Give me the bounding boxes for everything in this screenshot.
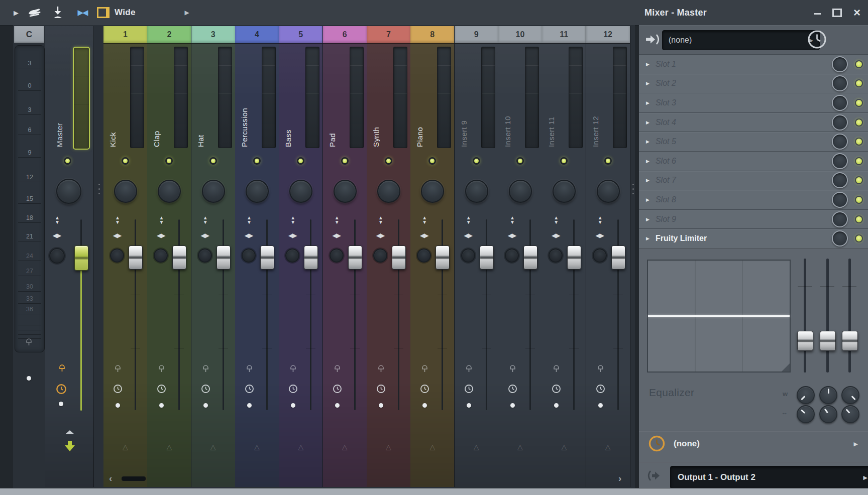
current-selector-dot[interactable] bbox=[27, 376, 31, 381]
selector-dot[interactable] bbox=[116, 403, 120, 408]
eq-freq-high-knob[interactable] bbox=[841, 386, 859, 404]
master-selector-dot[interactable] bbox=[59, 402, 63, 406]
clock-icon[interactable] bbox=[288, 384, 298, 396]
volume-fader[interactable] bbox=[304, 245, 318, 270]
master-stereo-sep-knob[interactable] bbox=[49, 248, 65, 264]
dock-triangle-icon[interactable]: △ bbox=[103, 443, 147, 451]
effect-slot-5[interactable]: ▶ Slot 5 bbox=[639, 132, 868, 151]
slot-mix-knob[interactable] bbox=[832, 134, 848, 150]
pan-knob[interactable] bbox=[377, 180, 400, 203]
layout-selector[interactable]: Wide bbox=[115, 0, 136, 25]
track-number-header[interactable]: 3 bbox=[191, 26, 235, 43]
track-number-header[interactable]: 12 bbox=[586, 26, 630, 43]
close-button[interactable]: × bbox=[850, 0, 864, 25]
stereo-width-arrows[interactable]: ▲▼ bbox=[200, 215, 211, 224]
track-number-header[interactable]: 9 bbox=[455, 26, 498, 43]
dock-triangle-icon[interactable]: △ bbox=[279, 443, 322, 451]
selector-dot[interactable] bbox=[379, 403, 383, 408]
slot-enable-led[interactable] bbox=[855, 176, 863, 184]
volume-fader[interactable] bbox=[480, 245, 494, 270]
dock-triangle-icon[interactable]: △ bbox=[542, 443, 586, 451]
horizontal-scrollbar-thumb[interactable] bbox=[122, 476, 146, 481]
track-number-header[interactable]: 8 bbox=[410, 26, 454, 43]
volume-fader[interactable] bbox=[172, 245, 186, 270]
record-arm-icon[interactable] bbox=[597, 363, 604, 375]
slot-mix-knob[interactable] bbox=[832, 56, 848, 72]
stereo-width-arrows[interactable]: ▲▼ bbox=[551, 215, 562, 224]
track-number-header[interactable]: 1 bbox=[103, 26, 147, 43]
dock-triangle-icon[interactable]: △ bbox=[410, 443, 454, 451]
clock-icon[interactable] bbox=[508, 384, 517, 396]
time-selector-value[interactable]: (none) bbox=[674, 439, 700, 449]
volume-fader[interactable] bbox=[523, 245, 537, 270]
volume-fader[interactable] bbox=[611, 245, 625, 270]
master-up-chevron-icon[interactable] bbox=[65, 430, 74, 434]
stereo-sep-knob[interactable] bbox=[373, 249, 387, 263]
clock-icon[interactable] bbox=[157, 384, 166, 396]
slot-name[interactable]: Slot 9 bbox=[656, 215, 832, 224]
dock-triangle-icon[interactable]: △ bbox=[498, 443, 542, 451]
slot-enable-led[interactable] bbox=[855, 138, 863, 146]
mute-led[interactable] bbox=[604, 157, 612, 165]
slot-name[interactable]: Slot 2 bbox=[656, 79, 832, 88]
slot-name[interactable]: Slot 8 bbox=[656, 195, 832, 204]
stereo-width-arrows[interactable]: ▲▼ bbox=[287, 215, 298, 224]
stereo-sep-knob[interactable] bbox=[330, 249, 344, 263]
clock-icon[interactable] bbox=[420, 384, 429, 396]
eq-resize-corner-icon[interactable] bbox=[782, 363, 790, 372]
mixer-track-12[interactable]: 12 Insert 12 ▲▼ ◀▶ △ bbox=[586, 26, 630, 487]
dock-triangle-icon[interactable]: △ bbox=[235, 443, 279, 451]
eq-freq-low-knob[interactable] bbox=[797, 386, 815, 404]
stereo-sep-knob[interactable] bbox=[505, 249, 519, 263]
slot-mix-knob[interactable] bbox=[832, 95, 848, 111]
volume-fader[interactable] bbox=[260, 245, 274, 270]
scroll-left-arrow[interactable]: ‹ bbox=[109, 474, 112, 483]
slot-enable-led[interactable] bbox=[855, 196, 863, 204]
slot-arrow-icon[interactable]: ▶ bbox=[646, 120, 649, 125]
minimize-button[interactable] bbox=[811, 0, 824, 25]
stereo-sep-knob[interactable] bbox=[110, 249, 124, 263]
pan-knob[interactable] bbox=[465, 180, 488, 203]
record-arm-icon[interactable] bbox=[465, 363, 473, 375]
dock-triangle-icon[interactable]: △ bbox=[323, 443, 367, 451]
slot-arrow-icon[interactable]: ▶ bbox=[646, 217, 649, 222]
clock-icon[interactable] bbox=[333, 384, 342, 396]
master-track-strip[interactable]: Master ▲▼ ◀▶ bbox=[45, 26, 94, 487]
stereo-sep-knob[interactable] bbox=[593, 249, 607, 263]
volume-fader[interactable] bbox=[567, 245, 581, 270]
current-column-header[interactable]: C bbox=[14, 26, 44, 43]
route-input-icon[interactable] bbox=[645, 33, 660, 48]
track-number-header[interactable]: 10 bbox=[498, 26, 542, 43]
pan-knob[interactable] bbox=[597, 180, 620, 203]
record-arm-icon[interactable] bbox=[158, 363, 165, 375]
eq-band-high-cap[interactable] bbox=[842, 331, 858, 351]
slot-enable-led[interactable] bbox=[855, 118, 863, 127]
mute-led[interactable] bbox=[253, 157, 261, 165]
effect-slot-2[interactable]: ▶ Slot 2 bbox=[639, 74, 868, 93]
record-arm-icon[interactable] bbox=[334, 363, 341, 375]
stereo-sep-knob[interactable] bbox=[242, 249, 256, 263]
pan-knob[interactable] bbox=[289, 180, 312, 203]
stereo-width-arrows[interactable]: ▲▼ bbox=[332, 215, 343, 224]
pan-knob[interactable] bbox=[509, 180, 532, 203]
eq-band-mid-cap[interactable] bbox=[820, 331, 836, 351]
track-number-header[interactable]: 7 bbox=[367, 26, 410, 43]
slot-name[interactable]: Slot 3 bbox=[656, 98, 832, 107]
scroll-right-arrow[interactable]: › bbox=[618, 474, 621, 483]
selector-dot[interactable] bbox=[335, 403, 340, 408]
mixer-menu-arrow-icon[interactable]: ▶ bbox=[10, 0, 22, 25]
clock-icon[interactable] bbox=[552, 384, 561, 396]
left-splitter-grip[interactable] bbox=[98, 184, 100, 197]
effect-slot-10[interactable]: ▶ Fruity Limiter bbox=[639, 228, 868, 248]
slot-mix-knob[interactable] bbox=[832, 153, 848, 169]
effect-slot-4[interactable]: ▶ Slot 4 bbox=[639, 112, 868, 132]
master-clock-icon[interactable] bbox=[56, 384, 67, 397]
record-arm-icon[interactable] bbox=[289, 363, 297, 375]
pan-arrows[interactable]: ◀▶ bbox=[550, 230, 561, 239]
pan-knob[interactable] bbox=[158, 180, 181, 203]
mute-led[interactable] bbox=[341, 157, 349, 165]
mixer-track-4[interactable]: 4 Percussion ▲▼ ◀▶ △ bbox=[235, 26, 279, 487]
pan-knob[interactable] bbox=[553, 180, 576, 203]
mute-led[interactable] bbox=[516, 157, 524, 165]
pan-arrows[interactable]: ◀▶ bbox=[243, 230, 254, 239]
